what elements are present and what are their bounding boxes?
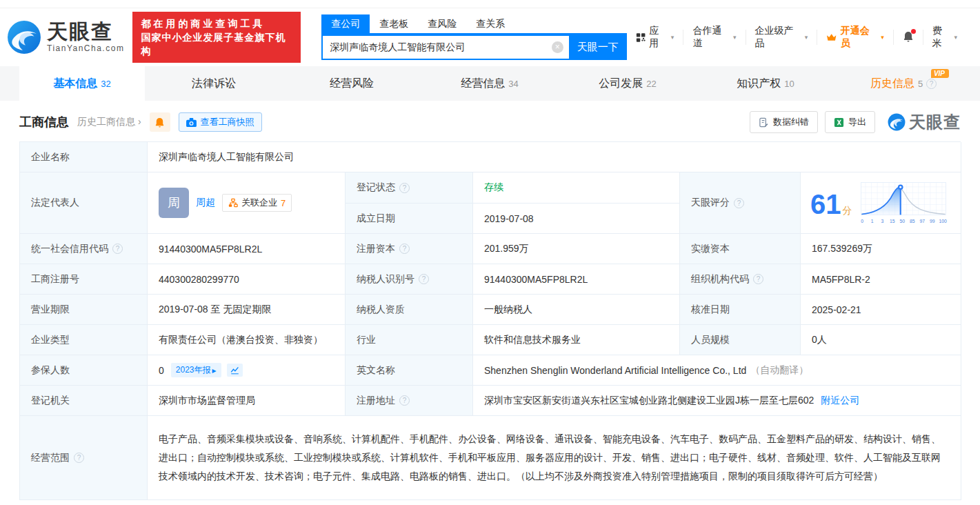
- org-code-value: MA5FP8LR-2: [812, 274, 870, 285]
- help-icon[interactable]: ?: [419, 274, 429, 284]
- history-business-info-link[interactable]: 历史工商信息 ›: [77, 116, 141, 128]
- field-label-english-name: 英文名称: [357, 364, 395, 377]
- business-snapshot-button[interactable]: 查看工商快照: [179, 112, 262, 132]
- field-label-company-type: 企业类型: [31, 334, 70, 346]
- search-input[interactable]: [321, 34, 569, 60]
- help-icon[interactable]: ?: [112, 244, 123, 254]
- help-icon[interactable]: ?: [399, 183, 410, 193]
- search-tab-company[interactable]: 查公司: [321, 14, 370, 33]
- field-label-business-term: 营业期限: [31, 304, 70, 316]
- tab-operation-risk[interactable]: 经营风险: [283, 66, 421, 101]
- field-label-reg-number: 工商注册号: [31, 273, 79, 286]
- insured-count-value: 0: [159, 365, 164, 376]
- nav-notifications[interactable]: [893, 30, 923, 45]
- snapshot-button-label: 查看工商快照: [201, 116, 254, 128]
- tab-label: 经营风险: [330, 77, 374, 91]
- help-icon[interactable]: ?: [926, 79, 937, 89]
- tab-count: 10: [784, 79, 794, 89]
- search-tab-relation[interactable]: 查关系: [466, 14, 514, 33]
- business-term-value: 2019-07-08 至 无固定期限: [159, 304, 271, 316]
- line-chart-icon: [230, 366, 239, 375]
- chevron-down-icon: ▾: [733, 34, 737, 41]
- tab-basic-info[interactable]: 基本信息 32: [19, 66, 145, 101]
- svg-text:99: 99: [930, 219, 935, 224]
- nav-vip-label: 开通会员: [841, 25, 878, 50]
- annual-report-badge[interactable]: 2023年报 ▸: [171, 363, 221, 377]
- svg-text:1: 1: [870, 219, 873, 224]
- approval-date-value: 2025-02-21: [812, 304, 861, 315]
- export-button[interactable]: 导出: [825, 111, 875, 133]
- svg-text:85: 85: [910, 219, 915, 224]
- tab-count: 34: [508, 79, 518, 89]
- related-companies-label: 关联企业: [241, 197, 277, 209]
- edit-doc-icon: [759, 117, 769, 128]
- slogan-line2: 国家中小企业发展子基金旗下机构: [141, 30, 292, 58]
- nav-user[interactable]: 费米 ▾: [923, 30, 966, 45]
- help-icon[interactable]: ?: [399, 244, 410, 254]
- page-tab-bar: 基本信息 32 法律诉讼 经营风险 经营信息 34 公司发展 22 知识产权 1…: [0, 66, 980, 101]
- nearby-companies-link[interactable]: 附近公司: [821, 395, 859, 407]
- tab-count: 22: [646, 79, 656, 89]
- help-icon[interactable]: ?: [399, 395, 410, 406]
- score-distribution-chart: 0 1 3 15 50 85 97 99 100: [859, 177, 948, 231]
- chevron-right-icon: ›: [138, 116, 141, 127]
- nav-partners[interactable]: 合作通道 ▾: [683, 30, 745, 45]
- field-label-industry: 行业: [357, 334, 376, 346]
- related-companies-count: 7: [281, 198, 286, 208]
- help-icon[interactable]: ?: [734, 198, 744, 208]
- site-header: 天眼查 TianYanCha.com 都在用的商业查询工具 国家中小企业发展子基…: [0, 8, 980, 66]
- chevron-down-icon: ▾: [881, 34, 884, 41]
- org-chart-icon: [228, 198, 238, 208]
- svg-text:0: 0: [861, 219, 863, 224]
- field-label-reg-address: 注册地址: [357, 395, 395, 407]
- svg-text:50: 50: [899, 219, 905, 224]
- tianyancha-logo[interactable]: 天眼查 TianYanCha.com: [7, 20, 124, 55]
- nav-apps[interactable]: 应用 ▾: [627, 30, 683, 45]
- search-tab-boss[interactable]: 查老板: [370, 14, 418, 33]
- monitor-bell-button[interactable]: [150, 112, 170, 132]
- taxpayer-quality-value: 一般纳税人: [484, 304, 532, 316]
- chevron-down-icon: ▾: [671, 34, 674, 41]
- legal-rep-link[interactable]: 周超: [196, 197, 215, 209]
- clear-search-icon[interactable]: ×: [552, 41, 563, 53]
- camera-icon: [186, 118, 197, 127]
- search-button[interactable]: 天眼一下: [569, 34, 627, 60]
- help-icon[interactable]: ?: [74, 453, 84, 463]
- score-cell[interactable]: 61分 0: [801, 172, 961, 234]
- bell-icon: [154, 117, 165, 128]
- trend-chart-button[interactable]: [227, 364, 243, 377]
- tab-intellectual-property[interactable]: 知识产权 10: [697, 66, 834, 101]
- tab-label: 经营信息: [461, 77, 505, 91]
- svg-text:97: 97: [919, 219, 925, 224]
- establish-date-value: 2019-07-08: [484, 213, 534, 224]
- field-label-company-name: 企业名称: [31, 151, 70, 164]
- search-tab-risk[interactable]: 查风险: [418, 14, 466, 33]
- field-label-reg-status: 登记状态: [357, 181, 395, 194]
- field-label-reg-capital: 注册资本: [357, 243, 395, 255]
- score-value: 61: [810, 189, 841, 219]
- related-companies-badge[interactable]: 关联企业 7: [222, 194, 292, 212]
- tab-business-info[interactable]: 经营信息 34: [421, 66, 559, 101]
- tab-label: 法律诉讼: [192, 77, 236, 91]
- legal-rep-avatar[interactable]: 周: [159, 188, 189, 218]
- tab-legal-proceedings[interactable]: 法律诉讼: [145, 66, 283, 101]
- nav-enterprise[interactable]: 企业级产品 ▾: [746, 30, 817, 45]
- tab-history-info[interactable]: VIP 历史信息 5 ?: [834, 66, 972, 101]
- field-label-establish-date: 成立日期: [357, 212, 395, 225]
- search-block: 查公司 查老板 查风险 查关系 × 天眼一下: [321, 14, 627, 60]
- field-label-approval-date: 核准日期: [691, 304, 730, 316]
- nav-vip[interactable]: 开通会员 ▾: [817, 30, 892, 45]
- english-name-value: Shenzhen Shenglin Wonderland Artificial …: [484, 365, 746, 376]
- field-label-credit-code: 统一社会信用代码: [31, 243, 108, 255]
- tab-count: 32: [101, 79, 110, 89]
- tab-count: 5: [918, 79, 923, 89]
- help-icon[interactable]: ?: [753, 274, 763, 284]
- vip-badge: VIP: [931, 69, 949, 78]
- paid-capital-value: 167.539269万: [812, 243, 872, 255]
- reg-address-value: 深圳市宝安区新安街道兴东社区宝城创业路北侧建设工业园J栋一层至七层602: [484, 395, 814, 407]
- field-label-org-code: 组织机构代码: [691, 273, 749, 286]
- auto-translate-note: （自动翻译）: [750, 364, 808, 377]
- data-correction-button[interactable]: 数据纠错: [750, 111, 818, 133]
- credit-code-value: 91440300MA5FP8LR2L: [159, 244, 262, 255]
- tab-company-development[interactable]: 公司发展 22: [559, 66, 697, 101]
